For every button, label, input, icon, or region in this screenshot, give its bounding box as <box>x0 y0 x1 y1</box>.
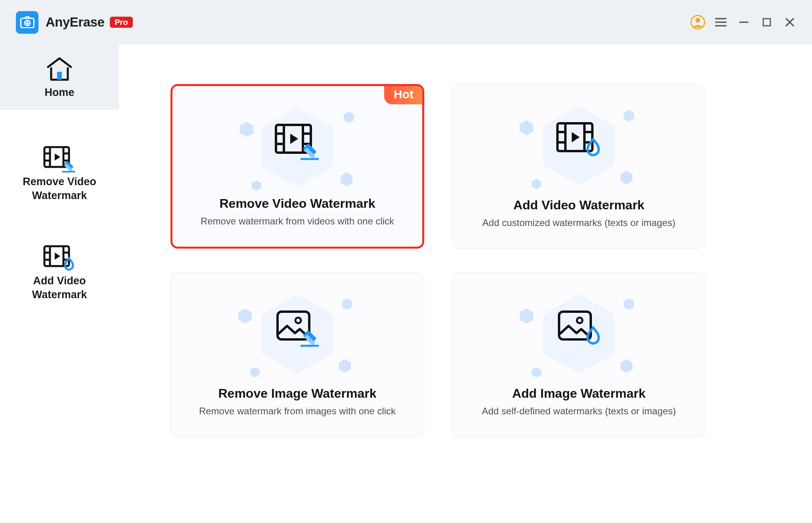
titlebar: AnyErase Pro <box>0 0 812 44</box>
video-drop-icon <box>4 244 115 272</box>
card-subtitle: Remove watermark from videos with one cl… <box>201 216 394 227</box>
svg-rect-51 <box>559 312 591 339</box>
card-title: Add Video Watermark <box>513 198 645 213</box>
image-drop-icon <box>555 308 603 349</box>
card-remove-image-watermark[interactable]: Remove Image Watermark Remove watermark … <box>170 272 424 437</box>
app-title: AnyErase <box>46 15 104 30</box>
close-icon[interactable] <box>779 12 800 33</box>
card-add-video-watermark[interactable]: Add Video Watermark Add customized water… <box>452 84 706 249</box>
sidebar: Home <box>0 44 119 523</box>
hot-badge: Hot <box>384 85 423 104</box>
video-erase-icon <box>4 145 115 172</box>
card-remove-video-watermark[interactable]: Hot <box>170 84 424 249</box>
sidebar-item-add-video[interactable]: Add Video Watermark <box>0 233 119 312</box>
card-add-image-watermark[interactable]: Add Image Watermark Add self-defined wat… <box>452 272 706 437</box>
card-title: Remove Image Watermark <box>218 386 377 401</box>
svg-point-52 <box>577 318 582 323</box>
pro-badge: Pro <box>110 17 132 28</box>
card-title: Add Image Watermark <box>512 386 646 401</box>
sidebar-item-label: Home <box>4 86 115 100</box>
svg-rect-8 <box>763 19 770 26</box>
minimize-icon[interactable] <box>733 12 754 33</box>
card-title: Remove Video Watermark <box>219 196 375 211</box>
svg-point-47 <box>295 318 301 323</box>
maximize-icon[interactable] <box>756 12 777 33</box>
sidebar-item-home[interactable]: Home <box>0 44 119 110</box>
video-erase-icon <box>274 121 321 162</box>
sidebar-item-label: Add Video Watermark <box>4 274 115 302</box>
image-erase-icon <box>274 308 321 349</box>
card-subtitle: Add self-defined watermarks (texts or im… <box>482 406 676 417</box>
app-logo-icon <box>16 11 38 34</box>
account-icon[interactable] <box>688 12 708 33</box>
sidebar-item-label: Remove Video Watermark <box>4 175 115 203</box>
content-area: Hot <box>119 44 812 523</box>
video-drop-icon <box>555 119 603 161</box>
menu-icon[interactable] <box>710 12 731 33</box>
card-subtitle: Remove watermark from images with one cl… <box>199 406 396 417</box>
sidebar-item-remove-video[interactable]: Remove Video Watermark <box>0 134 119 213</box>
svg-rect-11 <box>57 72 62 80</box>
home-icon <box>4 56 115 83</box>
card-subtitle: Add customized watermarks (texts or imag… <box>483 217 676 228</box>
svg-point-3 <box>695 18 700 23</box>
